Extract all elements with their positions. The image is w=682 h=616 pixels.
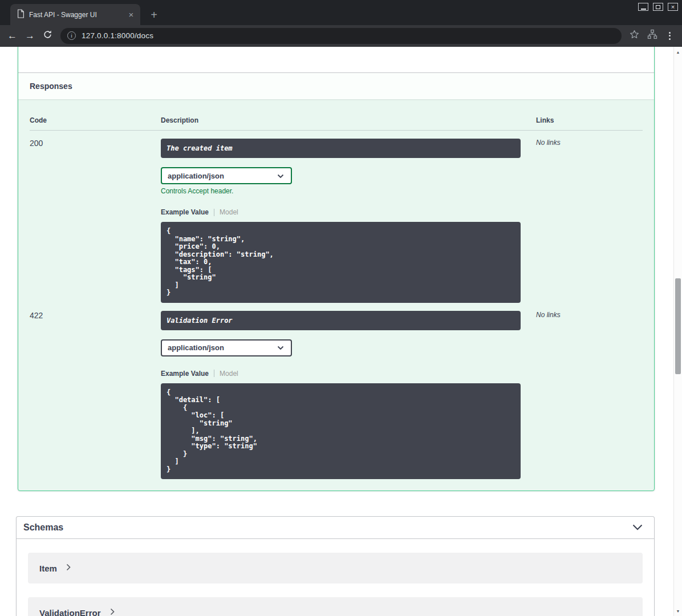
scroll-down-button[interactable]: ▼ — [674, 606, 682, 615]
close-icon: × — [129, 10, 134, 19]
example-model-tabs: Example Value Model — [161, 208, 536, 216]
schemas-title: Schemas — [23, 522, 63, 533]
media-type-value: application/json — [168, 343, 224, 352]
column-header-links: Links — [536, 116, 643, 124]
model-item[interactable]: ValidationError — [28, 597, 643, 616]
back-button[interactable]: ← — [3, 27, 21, 45]
model-name: ValidationError — [39, 608, 101, 616]
extension-button[interactable] — [643, 27, 661, 45]
plus-icon: + — [151, 9, 157, 22]
accept-header-note: Controls Accept header. — [161, 187, 536, 195]
column-header-code: Code — [30, 116, 161, 124]
kebab-menu-icon — [669, 32, 671, 40]
response-links: No links — [536, 139, 643, 303]
triangle-up-icon: ▲ — [676, 50, 680, 54]
chevron-down-icon — [277, 343, 284, 352]
minimize-icon — [641, 9, 646, 10]
bookmark-button[interactable] — [626, 27, 643, 45]
example-model-tabs: Example Value Model — [161, 370, 536, 378]
page-content: Responses Code Description Links 200 The… — [0, 47, 682, 616]
schemas-list: Item ValidationError — [17, 539, 654, 616]
tab-close-button[interactable]: × — [127, 10, 136, 19]
page-scrollbar[interactable]: ▲ ▼ — [673, 47, 682, 616]
browser-tab[interactable]: Fast API - Swagger UI × — [10, 4, 140, 25]
model-tab[interactable]: Model — [220, 370, 238, 378]
example-json-block: { "name": "string", "price": 0, "descrip… — [161, 222, 521, 303]
window-controls: × — [638, 3, 678, 11]
maximize-button[interactable] — [653, 3, 663, 11]
chevron-down-icon[interactable] — [632, 522, 643, 533]
schemas-header[interactable]: Schemas — [17, 517, 654, 539]
response-code: 422 — [30, 311, 161, 480]
close-icon: × — [671, 4, 675, 10]
response-description-box: Validation Error — [161, 311, 521, 330]
reload-button[interactable] — [39, 27, 56, 45]
minimize-button[interactable] — [638, 3, 648, 11]
tab-divider — [214, 209, 214, 216]
example-value-tab[interactable]: Example Value — [161, 208, 209, 216]
triangle-down-icon: ▼ — [676, 609, 680, 613]
response-row-200: 200 The created item application/json Co… — [30, 131, 643, 303]
response-description-box: The created item — [161, 139, 521, 158]
tab-divider — [214, 370, 214, 377]
chevron-right-icon — [110, 607, 115, 616]
new-tab-button[interactable]: + — [146, 7, 162, 23]
chevron-right-icon — [66, 563, 71, 573]
operation-body-top — [18, 47, 654, 73]
responses-table: Code Description Links 200 The created i… — [18, 99, 654, 491]
maximize-icon — [656, 5, 660, 9]
column-header-description: Description — [161, 116, 536, 124]
operation-panel: Responses Code Description Links 200 The… — [18, 47, 655, 491]
schemas-section: Schemas Item ValidationError — [16, 516, 655, 616]
site-info-icon[interactable]: i — [67, 31, 76, 40]
window-close-button[interactable]: × — [668, 3, 678, 11]
responses-section-header: Responses — [18, 73, 654, 99]
response-row-422: 422 Validation Error application/json Ex… — [30, 303, 643, 480]
scrollbar-thumb[interactable] — [675, 278, 681, 374]
window-titlebar: Fast API - Swagger UI × + × — [0, 0, 682, 25]
media-type-value: application/json — [168, 172, 224, 180]
reload-icon — [43, 30, 52, 42]
example-value-tab[interactable]: Example Value — [161, 370, 209, 378]
scroll-up-button[interactable]: ▲ — [674, 47, 682, 56]
back-arrow-icon: ← — [7, 30, 17, 42]
forward-arrow-icon: → — [25, 30, 35, 42]
star-icon — [629, 29, 640, 43]
forward-button[interactable]: → — [21, 27, 39, 45]
example-json-block: { "detail": [ { "loc": [ "string" ], "ms… — [161, 383, 521, 480]
response-links: No links — [536, 311, 643, 480]
browser-toolbar: ← → i 127.0.0.1:8000/docs — [0, 25, 682, 47]
responses-title: Responses — [30, 82, 72, 91]
model-tab[interactable]: Model — [220, 208, 238, 216]
chevron-down-icon — [277, 172, 284, 180]
media-type-select[interactable]: application/json — [161, 339, 292, 356]
response-code: 200 — [30, 139, 161, 303]
tab-title: Fast API - Swagger UI — [29, 11, 127, 19]
model-item[interactable]: Item — [28, 553, 643, 583]
model-name: Item — [39, 564, 57, 573]
menu-button[interactable] — [661, 27, 679, 45]
sitemap-icon — [647, 29, 657, 42]
document-icon — [17, 9, 25, 21]
address-bar[interactable]: i 127.0.0.1:8000/docs — [60, 28, 622, 44]
media-type-select[interactable]: application/json — [161, 167, 292, 184]
url-text: 127.0.0.1:8000/docs — [82, 31, 153, 40]
info-glyph: i — [71, 33, 72, 39]
responses-table-header: Code Description Links — [30, 111, 643, 131]
